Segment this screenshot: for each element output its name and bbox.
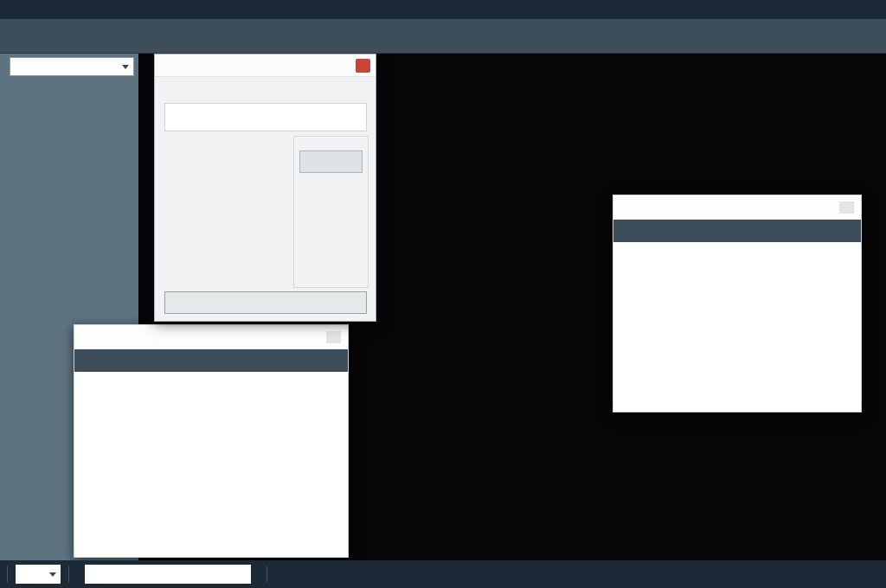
- magnifier-toolbar: [74, 349, 348, 372]
- unit-select[interactable]: [16, 565, 61, 584]
- magnifier-window-left: [74, 324, 349, 558]
- main-toolbar: [0, 19, 886, 54]
- window-button[interactable]: [839, 201, 854, 214]
- chevron-down-icon: [49, 572, 56, 577]
- magnifier-titlebar[interactable]: [613, 195, 861, 220]
- window-button[interactable]: [326, 331, 341, 343]
- pcb-zoom-detail: [74, 372, 348, 557]
- reset-button[interactable]: [299, 150, 363, 173]
- pcb-zoom-detail: [613, 242, 861, 412]
- step-select[interactable]: [10, 57, 134, 76]
- separator: [266, 566, 267, 582]
- fill-mode-radio-group: [164, 103, 367, 131]
- magnifier-content[interactable]: [74, 372, 348, 557]
- separator: [68, 566, 69, 582]
- dialog-close-button[interactable]: [356, 59, 370, 73]
- magnifier-content[interactable]: [613, 242, 861, 412]
- menu-bar: [0, 0, 886, 19]
- dialog-titlebar[interactable]: [155, 54, 376, 77]
- command-input[interactable]: [85, 565, 251, 584]
- close-button[interactable]: [164, 291, 367, 314]
- application-window: [0, 0, 886, 588]
- magnifier-window-right: [613, 195, 862, 412]
- separator: [7, 566, 8, 582]
- graphic-options-dialog: [154, 54, 376, 322]
- magnifier-titlebar[interactable]: [74, 325, 348, 349]
- magnifier-toolbar: [613, 220, 861, 242]
- transform-group: [293, 136, 369, 288]
- status-bar: [0, 560, 886, 588]
- chevron-down-icon: [122, 65, 129, 69]
